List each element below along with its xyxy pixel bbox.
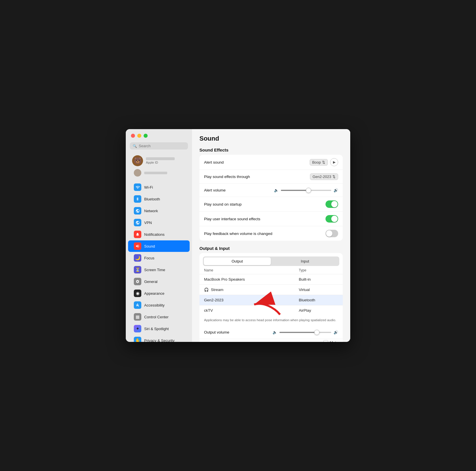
play-through-label: Play sound effects through (204, 175, 310, 179)
sidebar-item-network[interactable]: Network (128, 205, 190, 217)
alert-volume-slider[interactable]: 🔈 🔊 (274, 188, 338, 192)
profile-name-placeholder (146, 157, 175, 160)
sidebar-item-accessibility[interactable]: Accessibility (128, 299, 190, 311)
table-row[interactable]: 🎧 Stream Virtual (199, 285, 343, 295)
volume-low-icon: 🔈 (274, 188, 279, 192)
sidebar-item-sound[interactable]: Sound (128, 240, 190, 252)
vpn-icon (134, 219, 141, 226)
output-input-segmented: Output Input (203, 256, 339, 266)
privacy-icon: ✋ (134, 337, 141, 342)
alert-volume-label: Alert volume (204, 188, 268, 192)
output-tab[interactable]: Output (204, 257, 271, 265)
sidebar-item-privacy-label: Privacy & Security (144, 338, 174, 342)
headphones-icon: 🎧 (204, 288, 209, 292)
mute-label: Mute (330, 340, 338, 342)
sidebar-item-controlcenter-label: Control Center (144, 315, 169, 319)
sidebar-item-privacy[interactable]: ✋ Privacy & Security (128, 335, 190, 342)
sidebar-item-focus[interactable]: 🌙 Focus (128, 252, 190, 264)
alert-volume-fill (281, 190, 309, 191)
system-preferences-window: 🔍 🐻 Apple ID Wi-Fi (126, 129, 350, 342)
family-row[interactable] (132, 168, 186, 178)
table-header-row: Name Type (199, 266, 343, 274)
search-input[interactable] (139, 144, 185, 148)
output-input-header: Output & Input (199, 246, 343, 251)
mute-checkbox[interactable] (323, 340, 328, 342)
avatar: 🐻 (132, 155, 143, 166)
search-bar[interactable]: 🔍 (130, 142, 188, 150)
sidebar-item-screentime-label: Screen Time (144, 268, 165, 272)
profile-info: Apple ID (146, 157, 175, 164)
play-startup-toggle[interactable] (325, 200, 338, 208)
screentime-icon: ⏳ (134, 266, 141, 273)
play-feedback-row: Play feedback when volume is changed (199, 226, 343, 241)
alert-volume-track (281, 190, 331, 191)
table-row[interactable]: Gen2-2023 Bluetooth (199, 295, 343, 305)
accessibility-icon (134, 301, 141, 309)
sidebar-item-bluetooth[interactable]: Bluetooth (128, 193, 190, 205)
network-icon (134, 207, 141, 215)
device-type: Virtual (294, 285, 343, 295)
play-through-stepper[interactable]: Gen2-2023 ⇅ (310, 173, 338, 180)
output-volume-high-icon: 🔊 (334, 330, 338, 334)
sidebar-item-siri-label: Siri & Spotlight (144, 327, 169, 331)
device-name: 🎧 Stream (199, 285, 294, 295)
sidebar-item-siri[interactable]: ✦ Siri & Spotlight (128, 323, 190, 334)
sidebar-item-wifi[interactable]: Wi-Fi (128, 181, 190, 193)
output-input-card: Output Input Name Type MacBook Pro Speak… (199, 253, 343, 342)
wifi-icon (134, 183, 141, 191)
svg-point-0 (137, 303, 138, 304)
output-input-tabs-container: Output Input (199, 253, 343, 266)
sidebar-item-general[interactable]: General (128, 276, 190, 287)
alert-volume-thumb[interactable] (306, 188, 311, 193)
appearance-icon: ◉ (134, 290, 141, 297)
sidebar-item-appearance[interactable]: ◉ Appearance (128, 288, 190, 299)
family-avatar (134, 169, 141, 177)
close-button[interactable] (131, 134, 135, 138)
bluetooth-icon (134, 195, 141, 203)
sidebar-item-vpn[interactable]: VPN (128, 217, 190, 228)
play-ui-toggle-knob (331, 216, 338, 222)
traffic-lights (126, 129, 192, 141)
sidebar-item-screentime[interactable]: ⏳ Screen Time (128, 264, 190, 275)
sidebar-item-controlcenter[interactable]: ▦ Control Center (128, 311, 190, 323)
focus-icon: 🌙 (134, 254, 141, 262)
sidebar-item-general-label: General (144, 279, 157, 284)
output-devices-table: Name Type MacBook Pro Speakers Built-in … (199, 266, 343, 315)
maximize-button[interactable] (144, 134, 148, 138)
alert-sound-stepper[interactable]: Boop ⇅ (310, 159, 328, 166)
play-alert-sound-button[interactable]: ▶ (330, 158, 338, 166)
device-name: ckTV (199, 305, 294, 316)
sidebar-item-appearance-label: Appearance (144, 291, 164, 296)
table-row[interactable]: MacBook Pro Speakers Built-in (199, 274, 343, 285)
minimize-button[interactable] (137, 134, 141, 138)
notifications-icon (134, 231, 141, 238)
sidebar-item-focus-label: Focus (144, 256, 154, 260)
output-volume-low-icon: 🔈 (273, 330, 277, 334)
device-name: MacBook Pro Speakers (199, 274, 294, 285)
profile-section: 🐻 Apple ID (126, 152, 192, 180)
alert-sound-value: Boop ⇅ ▶ (310, 158, 338, 166)
sidebar-item-vpn-label: VPN (144, 221, 152, 225)
apple-id-label: Apple ID (146, 161, 175, 164)
output-volume-thumb[interactable] (314, 330, 319, 335)
play-ui-row: Play user interface sound effects (199, 212, 343, 226)
general-icon (134, 278, 141, 285)
play-ui-toggle[interactable] (325, 215, 338, 223)
sound-icon (134, 242, 141, 250)
table-row[interactable]: ckTV AirPlay (199, 305, 343, 316)
sidebar-item-accessibility-label: Accessibility (144, 303, 165, 307)
play-ui-label: Play user interface sound effects (204, 217, 325, 221)
volume-high-icon: 🔊 (334, 188, 338, 192)
sidebar-item-notifications[interactable]: Notifications (128, 229, 190, 240)
input-tab[interactable]: Input (272, 257, 339, 265)
device-type: Bluetooth (294, 295, 343, 305)
page-title: Sound (199, 135, 343, 142)
apple-id-row[interactable]: 🐻 Apple ID (130, 154, 188, 168)
device-type: Built-in (294, 274, 343, 285)
col-name-header: Name (199, 266, 294, 274)
play-through-value: Gen2-2023 ⇅ (310, 173, 338, 180)
output-volume-slider[interactable]: 🔈 🔊 (273, 330, 338, 334)
sidebar-item-bluetooth-label: Bluetooth (144, 197, 160, 201)
play-feedback-toggle[interactable] (325, 230, 338, 237)
output-volume-fill (279, 332, 317, 333)
